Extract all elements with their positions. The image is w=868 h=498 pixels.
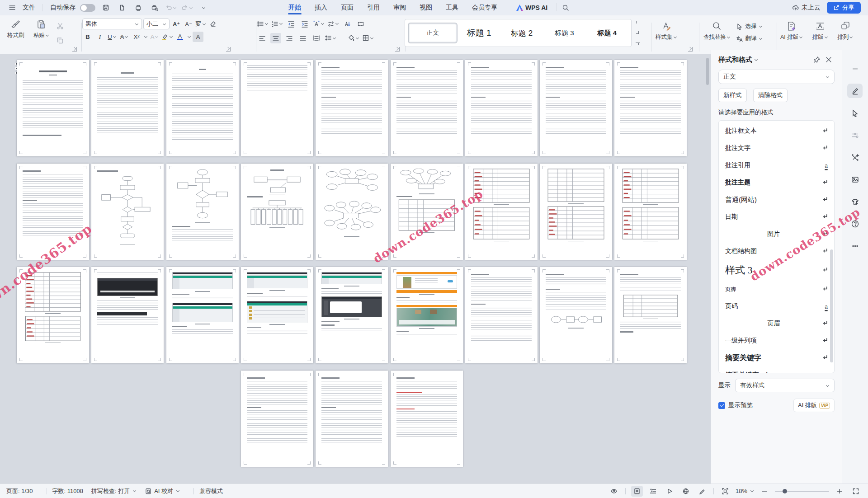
page-thumbnail-23[interactable] xyxy=(316,267,388,363)
style-item-批注主题[interactable]: 批注主题 xyxy=(719,174,834,191)
page-thumbnail-5[interactable] xyxy=(316,60,388,156)
format-painter-button[interactable]: 格式刷 xyxy=(4,17,28,41)
page-thumbnail-13[interactable] xyxy=(241,164,313,260)
tab-插入[interactable]: 插入 xyxy=(308,0,334,15)
page-thumbnail-4[interactable] xyxy=(241,60,313,156)
outline-view-icon[interactable] xyxy=(647,486,659,497)
increase-font-icon[interactable]: A⁺ xyxy=(171,19,182,29)
style-item-一级并列项[interactable]: 一级并列项 xyxy=(719,332,834,349)
font-size-select[interactable]: 小二 xyxy=(143,19,170,29)
distribute-icon[interactable] xyxy=(311,33,322,43)
tab-引用[interactable]: 引用 xyxy=(360,0,387,15)
text-direction-icon[interactable] xyxy=(327,19,339,29)
gallery-scroll-up-icon[interactable] xyxy=(636,21,639,23)
file-menu[interactable]: 文件 xyxy=(23,4,35,12)
page-thumbnail-22[interactable] xyxy=(241,267,313,363)
compat-mode[interactable]: 兼容模式 xyxy=(199,487,223,495)
page-view-icon[interactable] xyxy=(631,486,643,497)
styles-dialog-launcher[interactable] xyxy=(688,47,693,52)
page-thumbnail-29[interactable] xyxy=(316,371,388,467)
style-list-scrollbar[interactable] xyxy=(830,249,833,362)
style-item-摘要关键字[interactable]: 摘要关键字 xyxy=(719,349,834,366)
style-item-批注引用[interactable]: 批注引用a xyxy=(719,157,834,174)
tab-审阅[interactable]: 审阅 xyxy=(387,0,413,15)
zoom-in-icon[interactable] xyxy=(834,486,845,497)
text-effects-icon[interactable]: A xyxy=(149,32,160,42)
clear-format-icon[interactable] xyxy=(208,19,218,29)
tab-工具[interactable]: 工具 xyxy=(439,0,465,15)
page-thumbnail-26[interactable] xyxy=(540,267,612,363)
style-item-文档结构图[interactable]: 文档结构图 xyxy=(719,243,834,260)
gallery-more-icon[interactable] xyxy=(636,42,640,45)
char-shading-icon[interactable]: A xyxy=(193,32,203,42)
smart-tools-icon[interactable] xyxy=(847,150,863,164)
undo-icon[interactable] xyxy=(165,2,177,13)
help-icon[interactable] xyxy=(847,216,863,231)
style-item-页眉[interactable]: 页眉 xyxy=(719,315,834,332)
zoom-slider[interactable] xyxy=(775,491,829,492)
style-item-页码[interactable]: 页码a xyxy=(719,298,834,315)
image-tools-icon[interactable] xyxy=(847,172,863,187)
page-thumbnail-28[interactable] xyxy=(241,371,313,467)
search-icon[interactable] xyxy=(560,2,571,13)
line-spacing-icon[interactable] xyxy=(325,33,336,43)
gallery-scroll-down-icon[interactable] xyxy=(636,31,639,34)
zoom-level[interactable]: 18% xyxy=(736,488,754,494)
cut-icon[interactable] xyxy=(55,21,66,31)
arrange-button[interactable]: 排列 xyxy=(834,19,857,43)
style-set-button[interactable]: 样式集 xyxy=(652,19,681,43)
find-replace-button[interactable]: 查找替换 xyxy=(700,19,734,43)
page-indicator[interactable]: 页面: 1/30 xyxy=(6,487,33,495)
gallery-style-标题3[interactable]: 标题 3 xyxy=(543,29,585,38)
numbering-icon[interactable] xyxy=(271,19,283,29)
page-thumbnail-8[interactable] xyxy=(540,60,612,156)
canvas-scrollbar[interactable] xyxy=(706,58,709,85)
page-thumbnail-18[interactable] xyxy=(614,164,687,260)
page-thumbnail-20[interactable] xyxy=(91,267,164,363)
italic-button[interactable]: I xyxy=(94,32,105,42)
borders-icon[interactable] xyxy=(362,33,374,43)
page-thumbnail-1[interactable] xyxy=(17,60,89,156)
style-item-批注框文本[interactable]: 批注框文本 xyxy=(719,122,834,140)
strikethrough-button[interactable]: A xyxy=(119,32,130,42)
tab-stops-icon[interactable] xyxy=(355,19,366,29)
style-item-普通网站[interactable]: 普通(网站) xyxy=(719,191,834,208)
page-thumbnail-30[interactable] xyxy=(391,371,463,467)
clear-format-button[interactable]: 清除格式 xyxy=(753,89,788,102)
page-thumbnail-10[interactable] xyxy=(17,164,89,260)
eye-protect-icon[interactable] xyxy=(608,486,620,497)
justify-icon[interactable] xyxy=(297,33,308,43)
ai-layout-button[interactable]: AI 排版 xyxy=(777,19,807,43)
word-count[interactable]: 字数: 11008 xyxy=(52,487,83,495)
style-item-摘要关键字Char[interactable]: 摘要关键字 Chara xyxy=(719,366,834,373)
page-thumbnail-21[interactable] xyxy=(166,267,239,363)
bullets-icon[interactable] xyxy=(257,19,269,29)
select-tool-icon[interactable] xyxy=(847,106,863,120)
save-icon[interactable] xyxy=(100,2,112,13)
clipboard-dialog-launcher[interactable] xyxy=(72,47,77,52)
show-preview-checkbox[interactable] xyxy=(718,402,725,409)
gallery-style-正文[interactable]: 正文 xyxy=(408,23,458,43)
redo-icon[interactable] xyxy=(181,2,193,13)
sort-icon[interactable] xyxy=(342,19,353,29)
more-options-icon[interactable] xyxy=(847,239,863,253)
style-item-页脚[interactable]: 页脚 xyxy=(719,281,834,298)
typeset-button[interactable]: 排版 xyxy=(809,19,832,43)
fullscreen-icon[interactable] xyxy=(850,486,862,497)
decrease-font-icon[interactable]: A⁻ xyxy=(183,19,194,29)
font-dialog-launcher[interactable] xyxy=(226,47,231,52)
current-style-select[interactable]: 正文 xyxy=(718,70,835,84)
ink-pen-icon[interactable] xyxy=(696,486,708,497)
tab-wps-ai[interactable]: WPS AI xyxy=(510,4,554,11)
page-thumbnail-11[interactable] xyxy=(91,164,164,260)
toolbar-more-icon[interactable] xyxy=(198,2,209,13)
print-preview-icon[interactable] xyxy=(149,2,160,13)
font-color-button[interactable]: A xyxy=(175,32,185,42)
style-item-图片[interactable]: 图片 xyxy=(719,226,834,243)
page-thumbnail-24[interactable] xyxy=(391,267,463,363)
cloud-status[interactable]: 未上云 xyxy=(792,4,821,12)
decrease-indent-icon[interactable] xyxy=(286,19,297,29)
page-thumbnail-9[interactable] xyxy=(614,60,687,156)
superscript-button[interactable]: X² xyxy=(131,32,142,42)
web-view-icon[interactable] xyxy=(680,486,692,497)
